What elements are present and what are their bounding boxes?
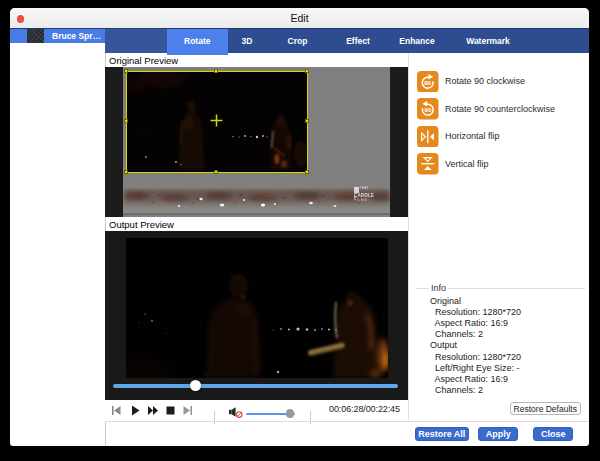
svg-text:90: 90 [425, 80, 432, 86]
svg-text:90: 90 [425, 107, 432, 113]
